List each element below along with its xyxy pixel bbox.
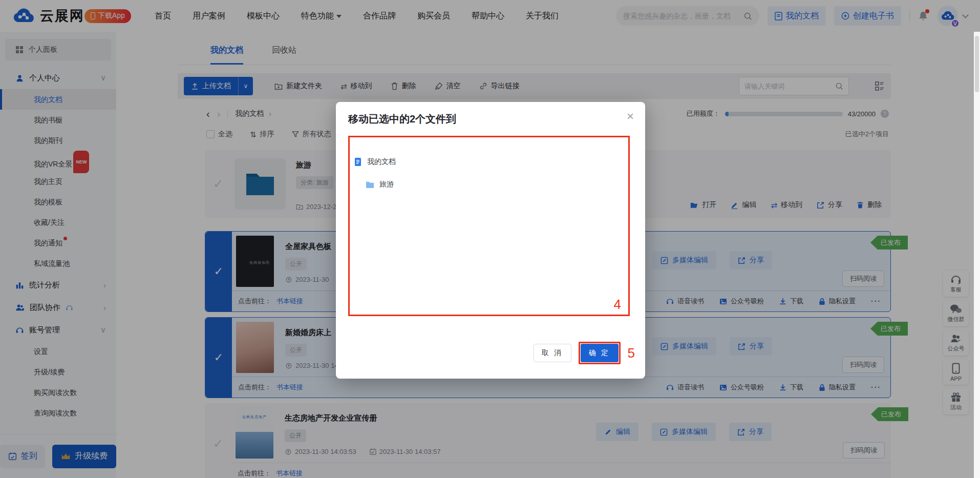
cancel-button[interactable]: 取 消	[534, 344, 571, 362]
annotation-step-5: 5	[628, 345, 635, 361]
move-files-dialog: 移动已选中的2个文件到 × 我的文档 旅游 4 取 消 确 定 5	[336, 102, 645, 379]
document-icon	[354, 157, 362, 167]
scrollbar-thumb[interactable]	[975, 36, 979, 92]
tree-item-my-docs[interactable]: 我的文档	[354, 151, 628, 173]
folder-tree-annotated: 我的文档 旅游 4	[348, 136, 630, 316]
tree-item-travel-folder[interactable]: 旅游	[354, 173, 628, 196]
folder-icon	[366, 181, 374, 188]
dialog-footer: 取 消 确 定 5	[534, 342, 635, 364]
confirm-button[interactable]: 确 定	[581, 344, 619, 362]
page-scrollbar[interactable]	[974, 32, 980, 478]
close-icon[interactable]: ×	[627, 110, 634, 122]
confirm-annotation-box: 确 定	[579, 342, 621, 364]
app-window: 云展网 下载App 首页 用户案例 模板中心 特色功能 合作品牌 购买会员 帮助…	[0, 0, 980, 478]
annotation-step-4: 4	[614, 297, 621, 313]
dialog-title: 移动已选中的2个文件到	[348, 112, 456, 126]
